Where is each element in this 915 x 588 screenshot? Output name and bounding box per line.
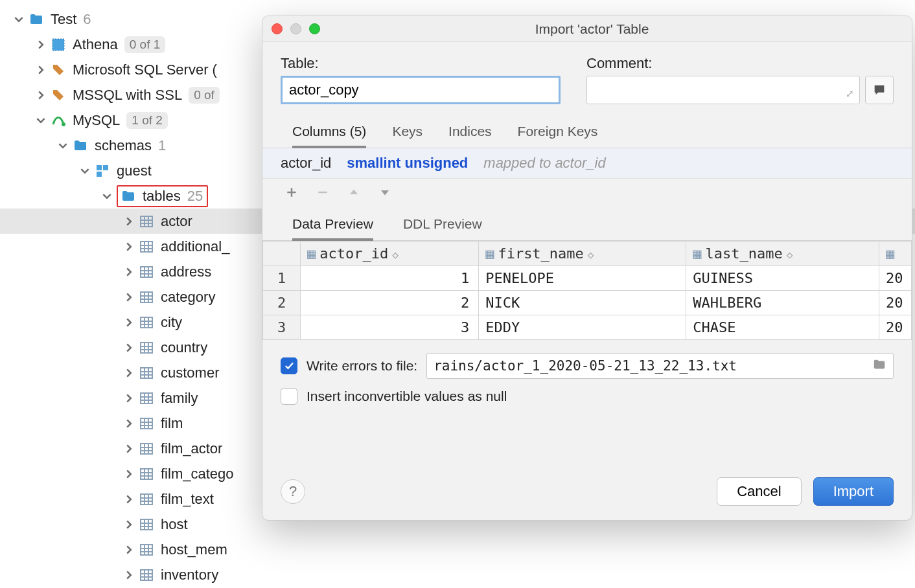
tree-ds-chip: 1 of 2 [126,112,168,129]
svg-rect-8 [141,292,152,302]
svg-rect-14 [141,444,152,454]
table-row[interactable]: 33EDDYCHASE20 [263,315,912,340]
expand-icon[interactable]: ⤢ [846,88,854,100]
row-number: 3 [263,315,301,340]
tab-indices[interactable]: Indices [448,120,492,148]
chevron-right-icon[interactable] [122,391,136,405]
import-button[interactable]: Import [813,477,894,506]
errors-file-input[interactable]: rains/actor_1_2020-05-21_13_22_13.txt [426,353,894,379]
tree-table-label: film_catego [161,466,234,482]
col-header[interactable]: ▦first_name◇ [479,242,686,266]
null-option-label: Insert inconvertible values as null [307,389,507,404]
comment-label: Comment: [586,55,894,72]
tab-foreign-keys[interactable]: Foreign Keys [518,120,598,148]
write-errors-label: Write errors to file: [307,358,417,374]
table-icon [139,466,154,482]
write-errors-checkbox[interactable] [281,357,297,374]
cancel-button[interactable]: Cancel [717,477,801,506]
tree-ds-label: Microsoft SQL Server ( [73,62,217,78]
null-checkbox[interactable] [281,388,297,405]
chevron-right-icon[interactable] [122,315,136,330]
table-label: Table: [281,55,561,72]
datasource-icon [51,87,66,103]
tree-table-item[interactable]: inventory [0,562,915,587]
chevron-right-icon[interactable] [34,38,48,52]
speech-bubble-icon [872,83,886,97]
tab-data-preview[interactable]: Data Preview [292,212,373,241]
tree-schema-label: guest [117,163,152,179]
chevron-down-icon[interactable] [78,164,92,178]
chevron-down-icon[interactable] [34,113,48,128]
svg-rect-15 [141,469,152,479]
chevron-down-icon[interactable] [100,189,114,203]
cell: PENELOPE [479,266,686,291]
svg-rect-19 [141,570,152,580]
folder-icon [121,188,136,204]
move-up-button[interactable] [347,185,361,199]
chevron-right-icon[interactable] [122,240,136,254]
col-header[interactable]: ▦ [879,242,912,266]
chevron-right-icon[interactable] [122,366,136,380]
chevron-right-icon[interactable] [122,265,136,279]
move-down-button[interactable] [378,185,392,199]
sort-icon[interactable]: ◇ [392,249,399,261]
tree-table-label: city [161,314,182,331]
comment-input[interactable]: ⤢ [586,76,860,104]
cell: 20 [879,291,912,315]
tree-ds-label: MSSQL with SSL [73,87,182,104]
browse-folder-icon[interactable] [872,357,886,375]
chevron-right-icon[interactable] [122,341,136,355]
chevron-right-icon[interactable] [34,88,48,102]
svg-rect-6 [141,242,152,252]
import-dialog: Import 'actor' Table Table: Comment: ⤢ [262,16,912,521]
cell: CHASE [686,315,879,340]
chevron-right-icon[interactable] [122,517,136,532]
tree-table-label: additional_ [161,238,229,255]
chevron-right-icon[interactable] [122,442,136,456]
table-row[interactable]: 11PENELOPEGUINESS20 [263,266,912,291]
sort-icon[interactable]: ◇ [787,249,793,261]
table-icon [139,365,154,381]
chevron-right-icon[interactable] [122,290,136,304]
tree-table-label: film_text [161,491,214,508]
column-mapping-row[interactable]: actor_id smallint unsigned mapped to act… [262,148,912,179]
datasource-icon [51,62,66,78]
zoom-window-button[interactable] [309,23,320,34]
table-icon [139,542,154,558]
chevron-right-icon[interactable] [122,214,136,229]
tab-columns[interactable]: Columns (5) [292,120,366,148]
col-header[interactable]: ▦actor_id◇ [301,242,479,266]
tab-ddl-preview[interactable]: DDL Preview [403,212,482,241]
tree-table-label: family [161,390,198,407]
check-icon [283,360,295,372]
chevron-down-icon[interactable] [56,139,70,153]
minimize-window-button[interactable] [290,23,301,34]
tab-keys[interactable]: Keys [392,120,423,148]
comment-popup-button[interactable] [865,76,894,104]
chevron-right-icon[interactable] [122,416,136,431]
chevron-down-icon[interactable] [12,12,26,27]
chevron-right-icon[interactable] [122,568,136,582]
col-header[interactable]: ▦last_name◇ [686,242,879,266]
chevron-right-icon[interactable] [34,63,48,77]
svg-rect-12 [141,393,152,403]
chevron-right-icon[interactable] [122,492,136,506]
close-window-button[interactable] [272,23,283,34]
remove-button[interactable] [316,185,330,199]
sort-icon[interactable]: ◇ [588,249,594,261]
cell: 20 [879,315,912,340]
help-button[interactable]: ? [281,479,305,504]
svg-rect-11 [141,368,152,378]
table-icon [139,416,154,431]
row-header [263,242,301,266]
row-number: 1 [263,266,301,291]
chevron-right-icon[interactable] [122,467,136,481]
add-button[interactable] [284,185,299,199]
column-type: smallint unsigned [347,155,468,172]
table-row[interactable]: 22NICKWAHLBERG20 [263,291,912,315]
tree-table-label: address [161,264,211,280]
table-icon [139,289,154,305]
chevron-right-icon[interactable] [122,543,136,557]
tree-table-item[interactable]: host_mem [0,537,915,562]
table-name-input[interactable] [281,76,561,104]
